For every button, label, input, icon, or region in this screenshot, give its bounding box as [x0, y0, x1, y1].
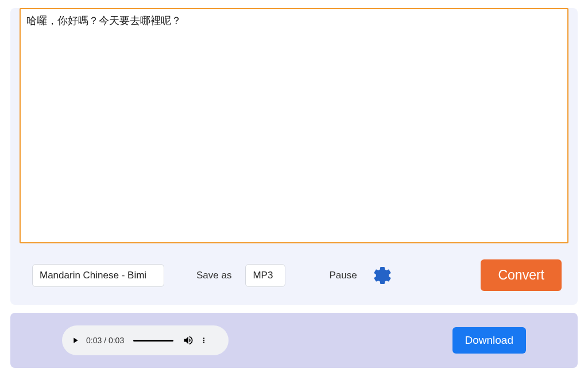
format-select-value: MP3 — [253, 270, 273, 281]
audio-player[interactable]: 0:03 / 0:03 — [62, 325, 229, 355]
more-icon[interactable] — [200, 335, 208, 346]
controls-row: Mandarin Chinese - Bimi Save as MP3 Paus… — [10, 243, 578, 305]
play-icon[interactable] — [70, 335, 80, 346]
voice-select[interactable]: Mandarin Chinese - Bimi — [32, 264, 164, 287]
download-button[interactable]: Download — [452, 327, 527, 354]
progress-slider[interactable] — [133, 340, 173, 342]
convert-button[interactable]: Convert — [481, 259, 562, 291]
format-select[interactable]: MP3 — [245, 264, 285, 287]
voice-select-value: Mandarin Chinese - Bimi — [40, 270, 146, 281]
audio-time-text: 0:03 / 0:03 — [86, 336, 124, 345]
current-time: 0:03 — [86, 336, 102, 345]
pause-label: Pause — [329, 270, 357, 281]
save-as-label: Save as — [196, 270, 231, 281]
volume-icon[interactable] — [183, 335, 194, 346]
text-input[interactable] — [20, 8, 568, 243]
total-time: 0:03 — [109, 336, 124, 345]
main-panel: Mandarin Chinese - Bimi Save as MP3 Paus… — [10, 8, 578, 305]
gear-icon[interactable] — [372, 265, 393, 286]
audio-panel: 0:03 / 0:03 Download — [10, 313, 578, 368]
